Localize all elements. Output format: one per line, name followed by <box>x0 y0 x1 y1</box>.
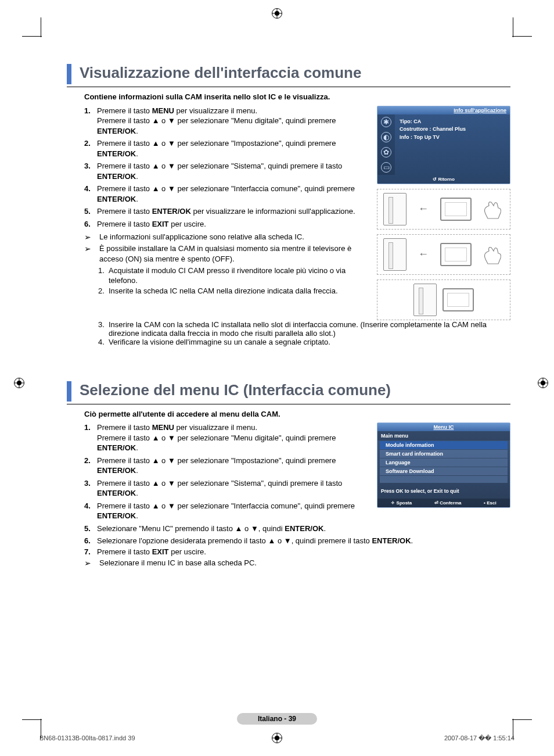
crop-mark <box>22 36 42 37</box>
step-bold: MENU <box>152 106 174 115</box>
screen-illustration <box>440 198 472 221</box>
section1-title-block: Visualizzazione dell'interfaccia comune <box>67 64 510 84</box>
step-bold: ENTER/OK <box>152 207 191 216</box>
note-text: Selezionare il menu IC in base alla sche… <box>99 558 257 568</box>
arrow-left-icon: ← <box>418 203 429 215</box>
step-text: per uscire. <box>169 547 206 556</box>
card-slot-illustration <box>413 284 437 316</box>
gear-icon: ✿ <box>381 147 391 157</box>
step-text: . <box>136 127 138 135</box>
screen-illustration <box>443 288 474 311</box>
step-text: . <box>136 443 138 452</box>
step-text: per visualizzare le informazioni sull'ap… <box>191 207 355 216</box>
step-text: . <box>136 149 138 158</box>
section1-steps: 1.Premere il tasto MENU per visualizzare… <box>84 106 366 230</box>
step-text: . <box>136 511 138 520</box>
screen-illustration <box>440 243 472 266</box>
crop-mark <box>513 17 513 37</box>
reg-mark-top <box>272 8 282 19</box>
step-bold: MENU <box>152 423 174 432</box>
step-text: Premere il tasto <box>97 547 152 556</box>
crop-mark <box>41 17 41 37</box>
tv-menu2-row: Language <box>380 458 508 467</box>
tv-menu2-main: Main menu <box>377 431 510 440</box>
clock-icon: ◐ <box>381 132 391 142</box>
step-text: Selezionare "Menu IC" premendo il tasto … <box>97 524 285 533</box>
tv-menu-iconstrip: ✱ ◐ ✿ ▭ <box>377 114 395 175</box>
step-bold: ENTER/OK <box>97 172 136 181</box>
section1-title: Visualizzazione dell'interfaccia comune <box>80 64 510 84</box>
step-text: Premere il tasto ▲ o ▼ per selezionare "… <box>97 456 336 465</box>
tv-menu-ic: Menu IC Main menu Module information Sma… <box>377 422 510 508</box>
foot-label: Sposta <box>397 500 412 506</box>
step-text: Premere il tasto <box>97 207 152 216</box>
step-bold: ENTER/OK <box>97 149 136 158</box>
crop-mark <box>512 719 532 720</box>
note-marker-icon: ➢ <box>84 558 96 568</box>
card-slot-illustration <box>383 193 406 225</box>
step-bold: ENTER/OK <box>97 195 136 203</box>
card-icon: ▭ <box>381 162 391 173</box>
crop-mark <box>512 36 532 37</box>
section2-title-block: Selezione del menu IC (Interfaccia comun… <box>67 381 510 402</box>
tv-menu2-title: Menu IC <box>377 423 510 431</box>
tv-menu2-msg: Press OK to select, or Exit to quit <box>377 483 510 499</box>
crop-mark <box>22 719 42 720</box>
substep-text: Verificare la visione dell'immagine su u… <box>109 338 330 346</box>
substep-text: Acquistate il modulo CI CAM presso il ri… <box>109 266 366 286</box>
step-bold: ENTER/OK <box>97 511 136 520</box>
step-bold: ENTER/OK <box>97 466 136 475</box>
move-icon: ✧ <box>391 500 396 506</box>
step-bold: ENTER/OK <box>97 127 136 135</box>
step-text: Premere il tasto ▲ o ▼ per selezionare "… <box>97 162 342 170</box>
enter-icon: ⏎ <box>434 500 440 506</box>
step-text: Premere il tasto <box>97 423 152 432</box>
step-text: Premere il tasto <box>97 106 152 115</box>
step-bold: ENTER/OK <box>372 536 411 545</box>
page-language-badge: Italiano - 39 <box>237 713 317 725</box>
insert-diagram-3 <box>377 280 510 320</box>
step-text: . <box>411 536 413 545</box>
step-text: . <box>136 466 138 475</box>
tv-return-label: Ritorno <box>438 177 454 182</box>
hand-illustration <box>481 243 504 266</box>
step-bold: EXIT <box>152 547 169 556</box>
section1-intro: Contiene informazioni sulla CAM inserita… <box>67 92 510 102</box>
tv-menu-title: Info sull'applicazione <box>377 106 510 114</box>
foot-label: Esci <box>487 500 496 506</box>
step-bold: ENTER/OK <box>97 443 136 452</box>
reg-mark-left <box>14 378 24 388</box>
insert-diagram-1: ← <box>377 189 510 230</box>
tv-menu-app-info: Info sull'applicazione ✱ ◐ ✿ ▭ Tipo: CA … <box>377 106 510 184</box>
tv-menu2-row: Module information <box>380 441 508 449</box>
step-text: . <box>136 489 138 497</box>
step-text: . <box>136 172 138 181</box>
section2-title: Selezione del menu IC (Interfaccia comun… <box>80 381 510 402</box>
tv-menu2-row: Smart card information <box>380 450 508 458</box>
step-text: Premere il tasto ▲ o ▼ per selezionare "… <box>97 184 355 193</box>
card-slot-illustration <box>383 238 406 271</box>
substep-text: Inserire la CAM con la scheda IC install… <box>109 320 510 338</box>
section2-steps: 1.Premere il tasto MENU per visualizzare… <box>84 422 366 533</box>
arrow-left-icon: ← <box>418 248 429 260</box>
reg-mark-right <box>538 378 548 388</box>
footer-timestamp: 2007-08-17 �� 1:55:14 <box>444 734 515 742</box>
title-rule <box>67 87 510 87</box>
foot-label: Conferma <box>440 500 461 506</box>
insert-diagram-2: ← <box>377 234 510 275</box>
note-marker-icon: ➢ <box>84 243 96 264</box>
hand-illustration <box>481 198 504 221</box>
note-text: Le informazioni sull'applicazione sono r… <box>99 232 304 243</box>
tv-info-info: Info : Top Up TV <box>400 134 466 142</box>
return-icon: ↺ <box>433 177 438 182</box>
tv-menu2-row-empty <box>380 476 508 483</box>
tv-info-maker: Costruttore : Channel Plus <box>400 126 466 134</box>
step-text: Selezionare l'opzione desiderata premend… <box>97 536 372 545</box>
step-bold: ENTER/OK <box>97 489 136 497</box>
step-text: Premere il tasto ▲ o ▼ per selezionare "… <box>97 479 342 488</box>
tv-menu2-row: Software Download <box>380 467 508 475</box>
section2-intro: Ciò permette all'utente di accedere al m… <box>67 409 510 420</box>
step-text: per uscire. <box>169 220 206 228</box>
globe-icon: ✱ <box>381 117 391 127</box>
title-rule <box>67 404 510 404</box>
